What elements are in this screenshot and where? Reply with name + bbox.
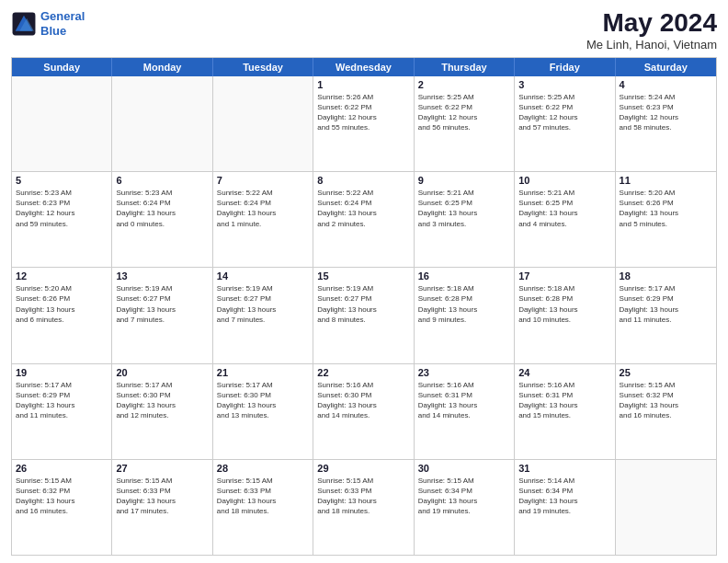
day-info: Sunrise: 5:16 AM Sunset: 6:31 PM Dayligh… (518, 380, 610, 421)
day-info: Sunrise: 5:18 AM Sunset: 6:28 PM Dayligh… (418, 283, 510, 325)
empty-cell (12, 76, 112, 171)
day-info: Sunrise: 5:17 AM Sunset: 6:30 PM Dayligh… (217, 380, 309, 421)
header-day-friday: Friday (515, 58, 615, 76)
day-info: Sunrise: 5:21 AM Sunset: 6:25 PM Dayligh… (518, 188, 610, 229)
day-info: Sunrise: 5:15 AM Sunset: 6:32 PM Dayligh… (620, 380, 712, 421)
day-number: 19 (16, 367, 108, 378)
page: General Blue May 2024 Me Linh, Hanoi, Vi… (0, 0, 728, 563)
day-number: 31 (518, 463, 610, 474)
day-17: 17Sunrise: 5:18 AM Sunset: 6:28 PM Dayli… (515, 268, 615, 362)
day-11: 11Sunrise: 5:20 AM Sunset: 6:26 PM Dayli… (616, 172, 716, 267)
day-info: Sunrise: 5:23 AM Sunset: 6:23 PM Dayligh… (16, 188, 108, 229)
day-number: 24 (518, 367, 610, 378)
day-number: 18 (620, 270, 712, 282)
day-number: 25 (620, 367, 712, 378)
day-29: 29Sunrise: 5:15 AM Sunset: 6:33 PM Dayli… (313, 460, 414, 555)
calendar-header: SundayMondayTuesdayWednesdayThursdayFrid… (12, 58, 716, 76)
empty-cell (112, 76, 212, 171)
day-23: 23Sunrise: 5:16 AM Sunset: 6:31 PM Dayli… (415, 364, 515, 459)
day-number: 15 (317, 270, 409, 282)
day-21: 21Sunrise: 5:17 AM Sunset: 6:30 PM Dayli… (213, 364, 313, 459)
calendar-week-1: 1Sunrise: 5:26 AM Sunset: 6:22 PM Daylig… (12, 76, 716, 171)
header-day-wednesday: Wednesday (313, 58, 414, 76)
day-number: 27 (116, 463, 208, 474)
day-number: 29 (317, 463, 409, 474)
calendar-week-3: 12Sunrise: 5:20 AM Sunset: 6:26 PM Dayli… (12, 267, 716, 362)
day-13: 13Sunrise: 5:19 AM Sunset: 6:27 PM Dayli… (112, 268, 212, 362)
header: General Blue May 2024 Me Linh, Hanoi, Vi… (11, 9, 717, 52)
logo: General Blue (11, 9, 85, 38)
day-16: 16Sunrise: 5:18 AM Sunset: 6:28 PM Dayli… (415, 268, 515, 362)
day-number: 28 (217, 463, 309, 474)
day-info: Sunrise: 5:19 AM Sunset: 6:27 PM Dayligh… (116, 283, 208, 325)
day-info: Sunrise: 5:17 AM Sunset: 6:29 PM Dayligh… (16, 380, 108, 421)
day-number: 30 (418, 463, 510, 474)
day-19: 19Sunrise: 5:17 AM Sunset: 6:29 PM Dayli… (12, 364, 112, 459)
main-title: May 2024 (586, 9, 717, 38)
day-6: 6Sunrise: 5:23 AM Sunset: 6:24 PM Daylig… (112, 172, 212, 267)
day-info: Sunrise: 5:20 AM Sunset: 6:26 PM Dayligh… (620, 188, 712, 229)
day-info: Sunrise: 5:15 AM Sunset: 6:33 PM Dayligh… (217, 476, 309, 517)
day-info: Sunrise: 5:22 AM Sunset: 6:24 PM Dayligh… (317, 188, 409, 229)
day-number: 11 (620, 175, 712, 186)
day-2: 2Sunrise: 5:25 AM Sunset: 6:22 PM Daylig… (415, 76, 515, 171)
day-number: 4 (620, 79, 712, 90)
subtitle: Me Linh, Hanoi, Vietnam (586, 38, 717, 52)
day-number: 12 (16, 270, 108, 282)
day-number: 17 (518, 270, 610, 282)
day-info: Sunrise: 5:26 AM Sunset: 6:22 PM Dayligh… (317, 92, 409, 133)
day-18: 18Sunrise: 5:17 AM Sunset: 6:29 PM Dayli… (616, 268, 716, 362)
logo-text: General Blue (40, 9, 85, 38)
day-number: 13 (116, 270, 208, 282)
day-info: Sunrise: 5:21 AM Sunset: 6:25 PM Dayligh… (418, 188, 510, 229)
header-day-monday: Monday (112, 58, 212, 76)
day-8: 8Sunrise: 5:22 AM Sunset: 6:24 PM Daylig… (313, 172, 414, 267)
day-number: 23 (418, 367, 510, 378)
day-number: 22 (317, 367, 409, 378)
day-info: Sunrise: 5:18 AM Sunset: 6:28 PM Dayligh… (518, 283, 610, 325)
day-22: 22Sunrise: 5:16 AM Sunset: 6:30 PM Dayli… (313, 364, 414, 459)
empty-cell (616, 460, 716, 555)
day-9: 9Sunrise: 5:21 AM Sunset: 6:25 PM Daylig… (415, 172, 515, 267)
day-4: 4Sunrise: 5:24 AM Sunset: 6:23 PM Daylig… (616, 76, 716, 171)
day-info: Sunrise: 5:15 AM Sunset: 6:34 PM Dayligh… (418, 476, 510, 517)
day-26: 26Sunrise: 5:15 AM Sunset: 6:32 PM Dayli… (12, 460, 112, 555)
day-info: Sunrise: 5:15 AM Sunset: 6:32 PM Dayligh… (16, 476, 108, 517)
day-number: 2 (418, 79, 510, 90)
day-number: 7 (217, 175, 309, 186)
empty-cell (213, 76, 313, 171)
day-number: 3 (518, 79, 610, 90)
day-info: Sunrise: 5:15 AM Sunset: 6:33 PM Dayligh… (116, 476, 208, 517)
day-10: 10Sunrise: 5:21 AM Sunset: 6:25 PM Dayli… (515, 172, 615, 267)
calendar-week-4: 19Sunrise: 5:17 AM Sunset: 6:29 PM Dayli… (12, 363, 716, 459)
day-info: Sunrise: 5:17 AM Sunset: 6:29 PM Dayligh… (620, 283, 712, 325)
day-number: 6 (116, 175, 208, 186)
day-number: 20 (116, 367, 208, 378)
header-day-thursday: Thursday (415, 58, 515, 76)
logo-icon (11, 11, 37, 37)
day-info: Sunrise: 5:15 AM Sunset: 6:33 PM Dayligh… (317, 476, 409, 517)
title-block: May 2024 Me Linh, Hanoi, Vietnam (586, 9, 717, 52)
day-15: 15Sunrise: 5:19 AM Sunset: 6:27 PM Dayli… (313, 268, 414, 362)
day-27: 27Sunrise: 5:15 AM Sunset: 6:33 PM Dayli… (112, 460, 212, 555)
day-number: 5 (16, 175, 108, 186)
day-number: 8 (317, 175, 409, 186)
day-number: 1 (317, 79, 409, 90)
day-number: 26 (16, 463, 108, 474)
day-28: 28Sunrise: 5:15 AM Sunset: 6:33 PM Dayli… (213, 460, 313, 555)
day-number: 9 (418, 175, 510, 186)
day-info: Sunrise: 5:22 AM Sunset: 6:24 PM Dayligh… (217, 188, 309, 229)
day-30: 30Sunrise: 5:15 AM Sunset: 6:34 PM Dayli… (415, 460, 515, 555)
day-info: Sunrise: 5:19 AM Sunset: 6:27 PM Dayligh… (217, 283, 309, 325)
day-number: 10 (518, 175, 610, 186)
header-day-sunday: Sunday (12, 58, 112, 76)
day-number: 14 (217, 270, 309, 282)
day-31: 31Sunrise: 5:14 AM Sunset: 6:34 PM Dayli… (515, 460, 615, 555)
day-12: 12Sunrise: 5:20 AM Sunset: 6:26 PM Dayli… (12, 268, 112, 362)
day-number: 21 (217, 367, 309, 378)
header-day-tuesday: Tuesday (213, 58, 313, 76)
day-24: 24Sunrise: 5:16 AM Sunset: 6:31 PM Dayli… (515, 364, 615, 459)
day-14: 14Sunrise: 5:19 AM Sunset: 6:27 PM Dayli… (213, 268, 313, 362)
day-info: Sunrise: 5:14 AM Sunset: 6:34 PM Dayligh… (518, 476, 610, 517)
day-number: 16 (418, 270, 510, 282)
